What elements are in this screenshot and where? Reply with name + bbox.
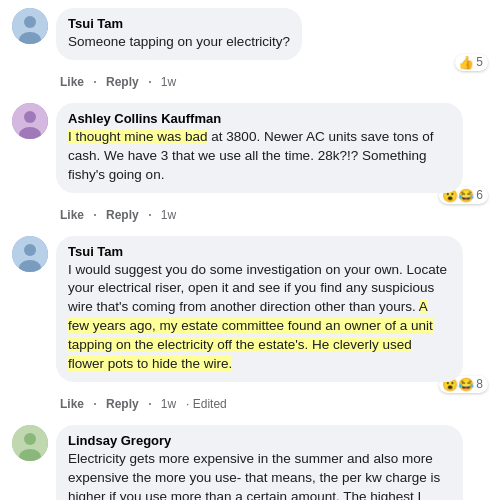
comment-text-segment: I would suggest you do some investigatio… — [68, 262, 447, 315]
comment-actions: Like Reply 1w — [56, 75, 488, 89]
like-button[interactable]: Like — [60, 75, 84, 89]
comment-author: Tsui Tam — [68, 16, 290, 31]
reaction-count: 8 — [476, 377, 483, 391]
dot-separator — [149, 81, 151, 83]
svg-point-1 — [24, 16, 36, 28]
comment-bubble: Ashley Collins Kauffman I thought mine w… — [56, 103, 463, 193]
reply-button[interactable]: Reply — [106, 397, 139, 411]
reaction-count: 5 — [476, 55, 483, 69]
comment-actions: Like Reply 1w · Edited — [56, 397, 488, 411]
comment-text: Someone tapping on your electricity? — [68, 34, 290, 49]
avatar — [12, 8, 48, 44]
comment-body: Ashley Collins Kauffman I thought mine w… — [56, 103, 488, 222]
comment-timestamp: 1w — [161, 208, 176, 222]
comment-timestamp: 1w — [161, 75, 176, 89]
svg-point-4 — [24, 111, 36, 123]
comment: Lindsay Gregory Electricity gets more ex… — [12, 425, 488, 500]
avatar — [12, 103, 48, 139]
reaction-badge[interactable]: 👍 5 — [455, 54, 488, 71]
reply-button[interactable]: Reply — [106, 75, 139, 89]
comment-text-segment: Someone tapping on your electricity? — [68, 34, 290, 49]
bubble-wrapper: Tsui Tam I would suggest you do some inv… — [56, 236, 488, 382]
edited-label: · Edited — [186, 397, 227, 411]
dot-separator — [94, 403, 96, 405]
reply-button[interactable]: Reply — [106, 208, 139, 222]
comment-text: I would suggest you do some investigatio… — [68, 262, 447, 371]
svg-point-10 — [24, 433, 36, 445]
comment-author: Lindsay Gregory — [68, 433, 451, 448]
comment-author: Tsui Tam — [68, 244, 451, 259]
comment-text-segment: Electricity gets more expensive in the s… — [68, 451, 440, 500]
comment-actions: Like Reply 1w — [56, 208, 488, 222]
comment-bubble: Tsui Tam I would suggest you do some inv… — [56, 236, 463, 382]
comment-timestamp: 1w — [161, 397, 176, 411]
comment-body: Lindsay Gregory Electricity gets more ex… — [56, 425, 488, 500]
dot-separator — [94, 214, 96, 216]
bubble-wrapper: Ashley Collins Kauffman I thought mine w… — [56, 103, 488, 193]
comment: Tsui Tam I would suggest you do some inv… — [12, 236, 488, 411]
comment-bubble: Lindsay Gregory Electricity gets more ex… — [56, 425, 463, 500]
avatar — [12, 236, 48, 272]
comment-text: Electricity gets more expensive in the s… — [68, 451, 442, 500]
comment-author: Ashley Collins Kauffman — [68, 111, 451, 126]
dot-separator — [149, 214, 151, 216]
bubble-wrapper: Lindsay Gregory Electricity gets more ex… — [56, 425, 488, 500]
comment: Tsui Tam Someone tapping on your electri… — [12, 8, 488, 89]
like-button[interactable]: Like — [60, 397, 84, 411]
comment-body: Tsui Tam I would suggest you do some inv… — [56, 236, 488, 411]
highlighted-text: I thought mine was bad — [68, 129, 208, 144]
comment: Ashley Collins Kauffman I thought mine w… — [12, 103, 488, 222]
reaction-emoji: 👍 — [458, 55, 474, 70]
reaction-count: 6 — [476, 188, 483, 202]
comment-text: I thought mine was bad at 3800. Newer AC… — [68, 129, 433, 182]
dot-separator — [149, 403, 151, 405]
bubble-wrapper: Tsui Tam Someone tapping on your electri… — [56, 8, 488, 60]
like-button[interactable]: Like — [60, 208, 84, 222]
dot-separator — [94, 81, 96, 83]
svg-point-7 — [24, 244, 36, 256]
avatar — [12, 425, 48, 461]
comment-bubble: Tsui Tam Someone tapping on your electri… — [56, 8, 302, 60]
comments-container: Tsui Tam Someone tapping on your electri… — [0, 0, 500, 500]
comment-body: Tsui Tam Someone tapping on your electri… — [56, 8, 488, 89]
